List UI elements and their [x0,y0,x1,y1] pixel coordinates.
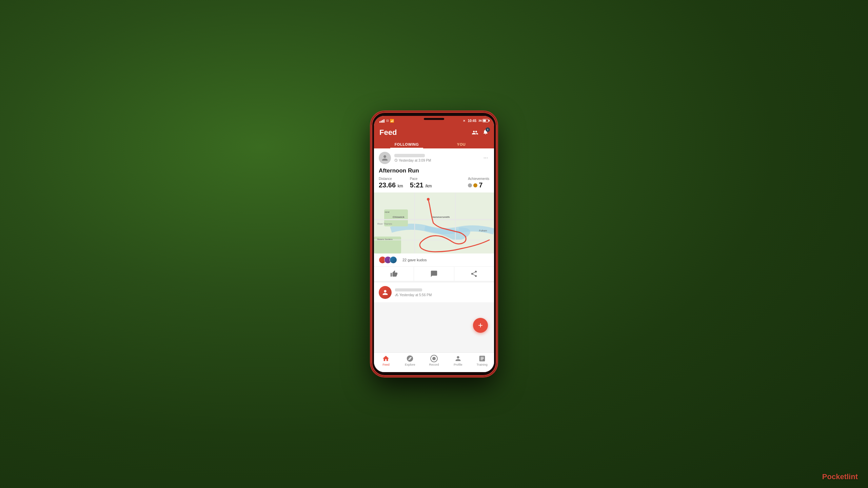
action-buttons [374,267,494,281]
kudos-label: gave kudos [408,258,427,262]
second-timestamp: Yesterday at 5:56 PM [395,293,489,297]
achievements-label: Achievements [468,177,489,181]
avatar-icon [381,154,389,162]
watermark: Pocketlint [822,472,858,481]
nav-item-profile[interactable]: Profile [446,355,470,366]
nav-label-explore: Explore [405,363,415,366]
battery-tip [489,120,490,122]
pace-stat: Pace 5:21 /km [410,177,432,189]
app-title: Feed [379,128,397,137]
explore-icon [406,355,414,362]
kudos-avatar-3 [390,256,397,264]
header-top: Feed 6 [379,128,489,137]
comment-button[interactable] [414,267,454,281]
header-icons: 6 [472,129,489,136]
more-options-button[interactable]: ··· [482,154,489,162]
second-avatar-icon [381,289,389,296]
nav-item-training[interactable]: Training [470,355,494,366]
nav-item-feed[interactable]: Feed [374,355,398,366]
person-icon [454,355,462,362]
share-icon [470,270,478,278]
nav-label-training: Training [476,363,487,366]
notifications-button[interactable]: 6 [482,129,489,136]
distance-stat: Distance 23.66 km [379,177,403,189]
second-timestamp-text: Yesterday at 5:56 PM [399,293,432,297]
status-time: 10:45 [468,119,476,123]
distance-number: 23.66 [379,181,396,189]
home-icon [382,355,390,362]
battery-icon [482,119,489,122]
achievements-stat: Achievements 7 [468,177,489,189]
distance-value: 23.66 km [379,181,403,189]
battery-percent: 36 [478,119,482,122]
user-avatar[interactable] [379,152,391,164]
kudos-avatar-img-3 [390,257,397,263]
friends-icon [472,129,478,135]
share-button[interactable] [454,267,494,281]
nav-label-feed: Feed [382,363,390,366]
activity-card: Yesterday at 3:09 PM ··· Afternoon Run D… [374,148,494,281]
second-post: Yesterday at 5:56 PM [374,283,494,302]
record-ring [430,355,438,362]
achievement-dot-1 [468,183,472,187]
distance-label: Distance [379,177,403,181]
main-content[interactable]: Yesterday at 3:09 PM ··· Afternoon Run D… [374,148,494,352]
activity-title: Afternoon Run [374,166,494,177]
pace-number: 5:21 [410,181,423,189]
svg-text:Hammersmith: Hammersmith [432,216,450,219]
svg-text:Botanic Gardens: Botanic Gardens [377,238,393,240]
nav-item-record[interactable]: Record [422,355,446,366]
svg-text:KEW: KEW [385,211,390,213]
phone-screen: ⊟ 📶 ⨯ 10:45 36 [374,116,494,372]
like-button[interactable] [374,267,414,281]
second-user-info: Yesterday at 5:56 PM [395,288,489,297]
sim-icon: ⊟ [386,119,389,122]
user-info: Yesterday at 3:09 PM [394,154,479,162]
svg-point-13 [427,198,430,201]
nav-label-profile: Profile [454,363,462,366]
status-left: ⊟ 📶 [379,119,394,123]
kudos-row: 22 gave kudos [374,253,494,267]
svg-text:River Thames: River Thames [377,223,392,225]
second-username-blur [395,288,422,291]
tab-following[interactable]: FOLLOWING [379,140,434,148]
thumbs-up-icon [390,270,398,278]
record-dot [432,357,436,360]
achievements-icons: 7 [468,181,489,189]
watermark-p: P [822,472,827,481]
battery-container: 36 [478,119,489,122]
timestamp-text: Yesterday at 3:09 PM [399,159,431,162]
bike-icon [395,293,398,297]
kudos-count: 22 [402,258,407,262]
status-bar: ⊟ 📶 ⨯ 10:45 36 [374,116,494,125]
fab-add-button[interactable]: + [473,318,488,333]
watermark-text: ocketlint [827,472,858,481]
record-icon-container [430,355,438,362]
clock-icon [394,159,398,162]
kudos-text: 22 gave kudos [402,258,427,262]
battery-fill [483,120,486,122]
svg-text:Fulham: Fulham [479,229,487,232]
signal-bar-1 [379,121,380,123]
second-user-avatar[interactable] [379,286,392,299]
phone-wrapper: ⊟ 📶 ⨯ 10:45 36 [371,112,497,376]
friends-button[interactable] [472,129,478,136]
svg-text:Chiswick: Chiswick [393,216,405,219]
pace-value: 5:21 /km [410,181,432,189]
nav-item-explore[interactable]: Explore [398,355,422,366]
bottom-nav: Feed Explore Record [374,352,494,372]
activity-map[interactable]: Chiswick Hammersmith River Thames KEW Bo… [374,192,494,253]
notification-badge: 6 [486,127,490,132]
tab-you[interactable]: YOU [434,140,489,148]
activity-timestamp: Yesterday at 3:09 PM [394,159,479,162]
map-svg: Chiswick Hammersmith River Thames KEW Bo… [374,192,494,253]
nav-label-record: Record [429,363,439,366]
comment-icon [430,270,438,278]
training-icon [478,355,486,362]
signal-bar-4 [383,119,384,123]
achievements-count: 7 [479,181,482,189]
pace-unit: /km [425,184,432,188]
feed-tabs: FOLLOWING YOU [379,140,489,148]
speaker [424,118,444,120]
distance-unit: km [398,184,403,188]
